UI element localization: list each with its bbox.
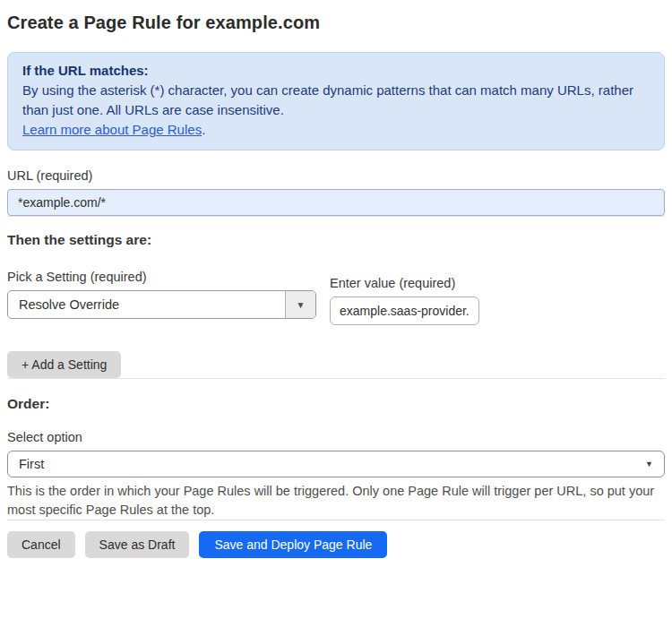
order-select-label: Select option [7, 430, 665, 444]
order-select[interactable]: First ▼ [7, 451, 665, 477]
url-field-label: URL (required) [7, 168, 665, 183]
order-select-value: First [19, 457, 44, 471]
chevron-down-icon[interactable]: ▼ [285, 291, 315, 318]
info-box-heading: If the URL matches: [22, 61, 650, 81]
add-setting-button[interactable]: + Add a Setting [7, 351, 121, 378]
setting-select[interactable]: Resolve Override ▼ [7, 290, 316, 319]
setting-select-label: Pick a Setting (required) [7, 270, 316, 284]
setting-select-column: Pick a Setting (required) Resolve Overri… [7, 248, 316, 319]
section-divider-middle [7, 378, 665, 379]
url-input[interactable] [7, 189, 665, 216]
section-divider-bottom [7, 520, 665, 520]
settings-section-heading: Then the settings are: [7, 232, 665, 248]
setting-value-input[interactable] [330, 297, 479, 325]
info-box-body: By using the asterisk (*) character, you… [22, 81, 650, 120]
order-help-text: This is the order in which your Page Rul… [7, 482, 665, 520]
learn-more-link[interactable]: Learn more about Page Rules [22, 122, 202, 137]
cancel-button[interactable]: Cancel [7, 531, 75, 558]
link-suffix: . [202, 122, 205, 137]
footer-actions: Cancel Save as Draft Save and Deploy Pag… [7, 531, 665, 558]
page-title: Create a Page Rule for example.com [7, 13, 665, 33]
info-box-link-line: Learn more about Page Rules. [22, 120, 650, 140]
settings-row: Pick a Setting (required) Resolve Overri… [7, 248, 665, 325]
chevron-down-icon: ▼ [645, 460, 653, 469]
setting-select-value: Resolve Override [8, 291, 285, 318]
save-draft-button[interactable]: Save as Draft [85, 531, 190, 558]
url-match-info-box: If the URL matches: By using the asteris… [7, 52, 665, 150]
page-rule-form: Create a Page Rule for example.com If th… [0, 13, 672, 558]
save-deploy-button[interactable]: Save and Deploy Page Rule [199, 531, 387, 558]
order-section-heading: Order: [7, 396, 665, 412]
setting-value-column: Enter value (required) [330, 248, 479, 325]
section-divider-top [7, 216, 665, 217]
value-field-label: Enter value (required) [330, 276, 479, 290]
